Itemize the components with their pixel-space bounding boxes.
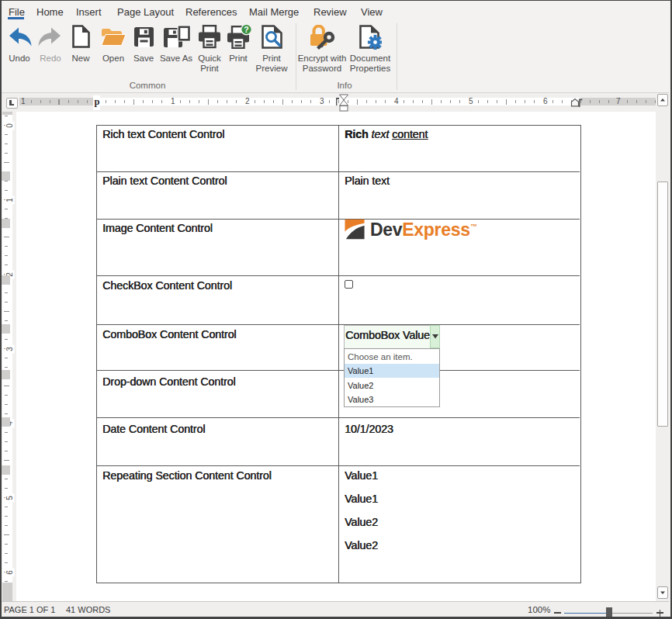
svg-text:?: ? [244, 25, 248, 34]
